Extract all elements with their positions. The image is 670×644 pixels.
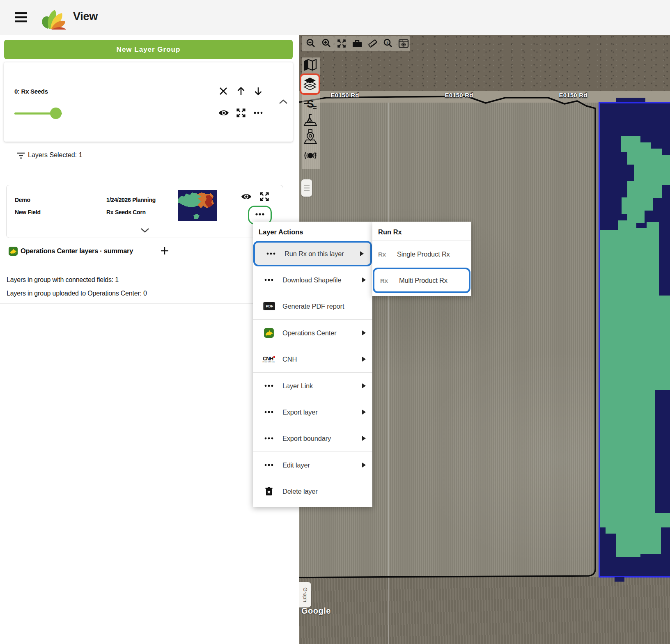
move-up-icon[interactable]: [236, 86, 246, 96]
fit-extent-icon[interactable]: [335, 36, 348, 51]
visibility-eye-icon[interactable]: [218, 108, 229, 118]
road-label: E0150 Rd: [445, 92, 473, 99]
google-attribution: Google: [301, 606, 331, 616]
add-layer-plus-icon[interactable]: [160, 246, 171, 257]
identify-search-icon[interactable]: i: [382, 36, 395, 51]
app-window: E0150 Rd E0150 Rd E0150 Rd i: [0, 0, 670, 644]
layer-name: Demo: [15, 197, 30, 203]
close-icon[interactable]: [218, 86, 229, 96]
submenu-arrow-icon: [362, 463, 366, 468]
submenu-item-multi-product-rx[interactable]: Rx Multi Product Rx: [373, 268, 470, 293]
layer-field-name: New Field: [15, 209, 41, 215]
layers-tool-red-highlight: [300, 73, 320, 95]
dots-icon: [262, 436, 276, 441]
submenu-arrow-icon: [362, 410, 366, 415]
cnh-icon: CNH INDUSTRIAL: [262, 355, 276, 363]
menu-item-delete-layer[interactable]: Delete layer: [253, 478, 372, 504]
uploaded-layers-count: Layers in group uploaded to Operations C…: [7, 290, 147, 297]
layers-icon[interactable]: [303, 76, 317, 92]
app-header: View: [0, 0, 670, 35]
move-down-icon[interactable]: [253, 86, 264, 96]
ruler-icon[interactable]: [367, 36, 379, 51]
submenu-title: Run Rx: [372, 222, 471, 241]
zoom-in-icon[interactable]: [320, 36, 333, 51]
sensor-iot-icon[interactable]: [303, 148, 318, 163]
svg-text:i: i: [387, 41, 388, 45]
submenu-arrow-icon: [360, 251, 364, 256]
menu-item-operations-center[interactable]: Operations Center: [253, 320, 372, 346]
menu-item-download-shapefile[interactable]: Download Shapefile: [253, 267, 372, 293]
dots-icon: [264, 251, 278, 256]
expand-row-chevron-icon[interactable]: [140, 227, 151, 238]
menu-item-cnh[interactable]: CNH INDUSTRIAL CNH: [253, 346, 372, 372]
road-label: E0150 Rd: [559, 92, 587, 99]
connected-fields-count: Layers in group with connected fields: 1: [7, 276, 119, 284]
expand-layer-icon[interactable]: [236, 108, 246, 118]
briefcase-icon[interactable]: [351, 36, 363, 51]
layer-group-card: 0: Rx Seeds: [4, 62, 293, 142]
app-logo: [38, 3, 67, 33]
menu-item-export-boundary[interactable]: Export boundary: [253, 425, 372, 451]
layer-plan-label: 1/24/2026 Planning: [106, 197, 156, 203]
scouting-pin-icon[interactable]: [303, 129, 318, 144]
s-glyph: S: [307, 98, 314, 110]
graph-tab-label: Graph: [302, 587, 308, 602]
rx-icon: Rx: [378, 251, 392, 258]
panel-bottom-edge: [0, 303, 253, 304]
graph-tab[interactable]: Graph: [299, 582, 311, 607]
menu-item-generate-pdf[interactable]: PDF Generate PDF report: [253, 293, 372, 319]
road-label: E0150 Rd: [330, 92, 359, 99]
submenu-arrow-icon: [362, 330, 366, 335]
submenu-arrow-icon: [362, 277, 366, 282]
pdf-icon: PDF: [262, 302, 276, 310]
trash-icon: [262, 487, 276, 496]
filter-icon: [16, 152, 25, 161]
menu-item-export-layer[interactable]: Export layer: [253, 399, 372, 425]
visibility-eye-icon[interactable]: [241, 191, 251, 202]
group-more-options-icon[interactable]: [253, 108, 264, 119]
run-rx-submenu: Run Rx Rx Single Product Rx Rx Multi Pro…: [372, 222, 471, 296]
layer-actions-menu: Layer Actions Run Rx on this layer Downl…: [253, 222, 372, 507]
screenshot-capture-icon[interactable]: [397, 36, 410, 51]
hamburger-menu-icon[interactable]: [14, 11, 28, 25]
sample-flask-icon[interactable]: [303, 112, 318, 127]
menu-title: Layer Actions: [253, 222, 372, 241]
tools-drag-handle[interactable]: [301, 179, 312, 197]
menu-item-run-rx[interactable]: Run Rx on this layer: [253, 241, 372, 266]
dots-icon: [262, 463, 276, 468]
swath-tool-icon[interactable]: S: [303, 96, 318, 111]
submenu-arrow-icon: [362, 436, 366, 441]
dots-icon: [262, 383, 276, 388]
submenu-arrow-icon: [362, 357, 366, 362]
layer-product-label: Rx Seeds Corn: [106, 209, 146, 215]
menu-item-layer-link[interactable]: Layer Link: [253, 373, 372, 399]
john-deere-icon: [262, 328, 276, 338]
john-deere-logo: [8, 246, 18, 258]
submenu-arrow-icon: [362, 383, 366, 388]
basemap-icon[interactable]: [303, 57, 318, 72]
layer-thumbnail: [178, 190, 217, 223]
operations-center-summary-title: Operations Center layers · summary: [21, 247, 133, 255]
opacity-slider-handle[interactable]: [50, 108, 62, 119]
layer-more-options-icon[interactable]: [255, 211, 265, 220]
layer-row[interactable]: Demo New Field 1/24/2026 Planning Rx See…: [6, 185, 283, 238]
layers-selected-label: Layers Selected: 1: [28, 151, 83, 159]
zoom-out-icon[interactable]: [305, 36, 317, 51]
dots-icon: [262, 277, 276, 282]
submenu-item-single-product-rx[interactable]: Rx Single Product Rx: [372, 241, 471, 267]
dots-icon: [262, 410, 276, 415]
expand-layer-icon[interactable]: [259, 191, 270, 202]
layer-group-title: 0: Rx Seeds: [14, 88, 48, 95]
map-toolbar: i: [302, 36, 410, 51]
rx-icon: Rx: [380, 277, 394, 284]
collapse-chevron-icon[interactable]: [278, 99, 289, 109]
page-title: View: [73, 10, 98, 23]
menu-item-edit-layer[interactable]: Edit layer: [253, 452, 372, 478]
new-layer-group-button[interactable]: New Layer Group: [4, 40, 293, 59]
